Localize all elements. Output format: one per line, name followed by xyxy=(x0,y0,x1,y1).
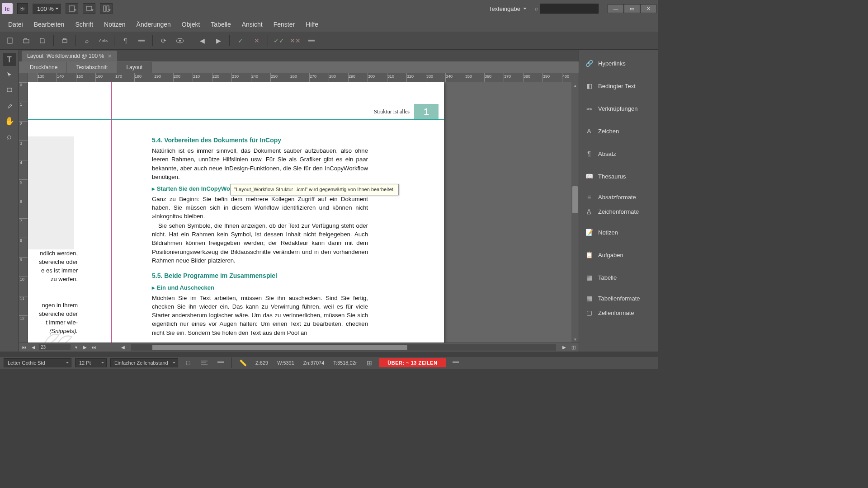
open-button[interactable] xyxy=(20,34,33,47)
menu-notizen[interactable]: Notizen xyxy=(99,18,131,31)
status-menu-2[interactable] xyxy=(449,357,462,369)
panel-notizen[interactable]: 📝Notizen xyxy=(579,223,658,241)
panel-zeichenformate[interactable]: A̲Zeichenformate xyxy=(579,204,658,219)
search-input[interactable] xyxy=(540,4,599,14)
status-menu-1[interactable] xyxy=(214,357,227,369)
screen-mode-button[interactable] xyxy=(83,3,95,14)
note-tool[interactable] xyxy=(3,84,16,97)
save-button[interactable] xyxy=(36,34,49,47)
view-tab-layout[interactable]: Layout xyxy=(117,62,152,73)
update-design-button[interactable]: ⟳ xyxy=(157,34,170,47)
subheading-checkin: Ein und Auschecken xyxy=(152,284,368,292)
page-dropdown[interactable]: ▾ xyxy=(72,344,80,351)
status-bar: Letter Gothic Std 12 Pt Einfacher Zeilen… xyxy=(0,356,658,369)
preview-button[interactable] xyxy=(174,34,186,47)
menu-hilfe[interactable]: Hilfe xyxy=(300,18,324,31)
link-icon: 🔗 xyxy=(585,59,594,68)
reject-change-button[interactable]: ✕ xyxy=(250,34,263,47)
app-icon: Ic xyxy=(2,3,13,14)
eyedropper-tool[interactable] xyxy=(3,99,16,112)
scroll-thumb-v[interactable] xyxy=(572,186,578,213)
reject-all-button[interactable]: ✕✕ xyxy=(289,34,302,47)
panel-zellenformate[interactable]: ▢Zellenformate xyxy=(579,305,658,320)
accept-change-button[interactable]: ✓ xyxy=(234,34,247,47)
main-text-frame[interactable]: 5.4. Vorbereiten des Dokuments für InCop… xyxy=(152,133,368,338)
arrange-docs-button[interactable] xyxy=(66,3,78,14)
menu-datei[interactable]: Datei xyxy=(3,18,28,31)
panel-aufgaben[interactable]: 📋Aufgaben xyxy=(579,246,658,264)
prev-page-button[interactable]: ◀ xyxy=(30,344,37,351)
links-icon: ⫘ xyxy=(585,104,594,113)
hand-tool[interactable]: ✋ xyxy=(3,115,16,127)
menu-objekt[interactable]: Objekt xyxy=(176,18,205,31)
ruler-vertical[interactable]: 0123456789101112 xyxy=(19,82,28,343)
menu-ansicht[interactable]: Ansicht xyxy=(236,18,268,31)
menu-bearbeiten[interactable]: Bearbeiten xyxy=(28,18,70,31)
ruler-origin[interactable] xyxy=(19,73,28,82)
next-page-button[interactable]: ▶ xyxy=(81,344,89,351)
menu-tabelle[interactable]: Tabelle xyxy=(205,18,236,31)
panel-thesaurus[interactable]: 📖Thesaurus xyxy=(579,167,658,185)
accept-all-button[interactable]: ✓✓ xyxy=(273,34,285,47)
maximize-button[interactable]: ▭ xyxy=(624,4,640,13)
panel-verknuepfungen[interactable]: ⫘Verknüpfungen xyxy=(579,99,658,117)
paragraph-icon: ¶ xyxy=(585,149,594,158)
panel-bedingter-text[interactable]: ◧Bedingter Text xyxy=(579,77,658,95)
panel-tabelle[interactable]: ▦Tabelle xyxy=(579,268,658,286)
view-options-button[interactable] xyxy=(100,3,113,14)
bridge-icon[interactable]: Br xyxy=(17,3,28,14)
view-tab-druckfahne[interactable]: Druckfahne xyxy=(21,62,67,73)
scroll-left-arrow[interactable]: ◀ xyxy=(119,344,127,351)
page-field[interactable]: 23 xyxy=(39,344,71,350)
body-paragraph: Natürlich ist es immer sinnvoll, das Dok… xyxy=(152,146,368,181)
scrollbar-horizontal[interactable] xyxy=(131,344,556,351)
spellcheck-button[interactable]: ✓abc xyxy=(97,34,109,47)
font-size-dropdown[interactable]: 12 Pt xyxy=(75,358,107,367)
toolbar-menu-1[interactable] xyxy=(135,34,148,47)
canvas[interactable]: 1 Struktur ist alles 5.4. Vorbereiten de… xyxy=(28,82,571,343)
prev-change-button[interactable]: ◀ xyxy=(196,34,208,47)
menu-fenster[interactable]: Fenster xyxy=(268,18,300,31)
align-icon[interactable] xyxy=(198,357,211,369)
panel-hyperlinks[interactable]: 🔗Hyperlinks xyxy=(579,54,658,72)
svg-rect-2 xyxy=(104,6,106,11)
columns-icon[interactable]: ⬚ xyxy=(182,357,194,369)
scroll-thumb-h[interactable] xyxy=(152,345,407,350)
ruler-horizontal[interactable]: 1301401501601701801902002102202302402502… xyxy=(37,73,579,82)
toolbar-menu-2[interactable] xyxy=(305,34,318,47)
guide-horizontal xyxy=(28,119,444,120)
thesaurus-icon: 📖 xyxy=(585,172,594,181)
overset-warning: ÜBER: ~ 13 ZEILEN xyxy=(379,358,445,367)
scrollbar-vertical[interactable]: ▴ ▾ xyxy=(571,82,579,343)
find-button[interactable]: ⌕ xyxy=(80,34,93,47)
new-doc-button[interactable] xyxy=(4,34,16,47)
position-tool[interactable] xyxy=(3,69,16,81)
scroll-up-arrow[interactable]: ▴ xyxy=(571,82,579,89)
scroll-down-arrow[interactable]: ▾ xyxy=(571,336,579,343)
document-tab[interactable]: Layout_Workflow.indd @ 100 % ✕ xyxy=(22,51,117,61)
split-view-button[interactable]: ◫ xyxy=(570,344,577,351)
workspace-switcher[interactable]: Texteingabe xyxy=(485,4,530,14)
view-tab-textabschnitt[interactable]: Textabschnitt xyxy=(67,62,117,73)
print-button[interactable] xyxy=(58,34,71,47)
panel-tabellenformate[interactable]: ▦Tabellenformate xyxy=(579,291,658,305)
next-change-button[interactable]: ▶ xyxy=(212,34,225,47)
zoom-level[interactable]: 100 % xyxy=(33,4,61,14)
leading-dropdown[interactable]: Einfacher Zeilenabstand xyxy=(110,358,178,367)
last-page-button[interactable]: ⏭ xyxy=(90,344,98,351)
close-tab-icon[interactable]: ✕ xyxy=(108,53,112,59)
scroll-right-arrow[interactable]: ▶ xyxy=(561,344,568,351)
menu-aenderungen[interactable]: Änderungen xyxy=(131,18,176,31)
zoom-tool[interactable]: ⌕ xyxy=(3,130,16,143)
close-button[interactable]: ✕ xyxy=(640,4,656,13)
minimize-button[interactable]: — xyxy=(608,4,624,13)
first-page-button[interactable]: ⏮ xyxy=(21,344,28,351)
margin-guide xyxy=(111,82,112,343)
type-tool[interactable]: T xyxy=(3,53,16,66)
panel-zeichen[interactable]: AZeichen xyxy=(579,122,658,140)
panel-absatzformate[interactable]: ≡Absatzformate xyxy=(579,190,658,204)
panel-absatz[interactable]: ¶Absatz xyxy=(579,145,658,163)
show-hidden-chars-button[interactable]: ¶ xyxy=(119,34,132,47)
font-family-dropdown[interactable]: Letter Gothic Std xyxy=(4,358,71,367)
menu-schrift[interactable]: Schrift xyxy=(70,18,99,31)
